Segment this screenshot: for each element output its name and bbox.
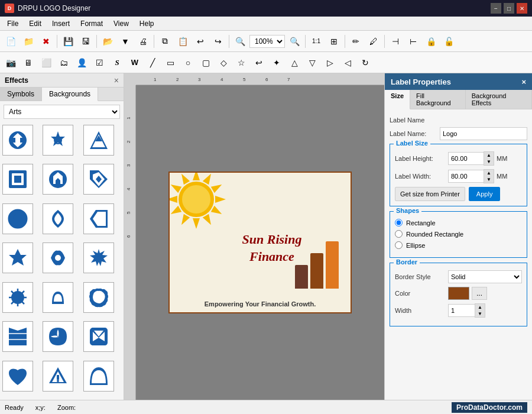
tool-diamond[interactable]: ◇ (215, 54, 232, 71)
zoom-in-icon[interactable]: 🔍 (232, 33, 248, 50)
symbol-item[interactable] (83, 125, 114, 156)
tool-rounded[interactable]: ▢ (197, 54, 214, 71)
undo-btn[interactable]: ↩ (192, 33, 209, 50)
tool-circle[interactable]: ○ (180, 54, 196, 71)
menu-insert[interactable]: Insert (47, 18, 74, 29)
symbol-item[interactable] (83, 321, 114, 352)
paste-btn[interactable]: 📋 (174, 33, 191, 50)
symbol-item[interactable] (43, 321, 73, 352)
menu-format[interactable]: Format (76, 18, 108, 29)
align-left-btn[interactable]: ⊣ (387, 33, 404, 50)
save-button[interactable]: 💾 (60, 33, 76, 50)
border-width-input[interactable] (448, 304, 475, 317)
tab-background-effects[interactable]: Background Effects (466, 90, 532, 109)
tool-check[interactable]: ☑ (91, 54, 108, 71)
panel-close-button[interactable]: × (114, 76, 119, 85)
tool-curve[interactable]: ↻ (357, 54, 374, 71)
open-button[interactable]: 📁 (20, 33, 37, 50)
symbol-item[interactable] (2, 321, 33, 352)
print-button[interactable]: 🖨 (135, 33, 151, 50)
height-down-btn[interactable]: ▼ (484, 159, 494, 165)
maximize-button[interactable]: □ (504, 3, 514, 14)
symbol-item[interactable] (83, 164, 114, 195)
redo-btn[interactable]: ↪ (210, 33, 226, 50)
tool-shape1[interactable]: ⬜ (38, 54, 54, 71)
lock2-btn[interactable]: 🔓 (440, 33, 457, 50)
ratio-btn[interactable]: 1:1 (308, 33, 325, 50)
border-width-down-btn[interactable]: ▼ (475, 310, 485, 317)
symbol-item[interactable] (43, 125, 73, 156)
props-btn[interactable]: 🖊 (365, 33, 382, 50)
menu-file[interactable]: File (2, 18, 23, 29)
border-width-up-btn[interactable]: ▲ (475, 304, 485, 310)
tool-triangle[interactable]: △ (286, 54, 303, 71)
color-picker-button[interactable] (448, 287, 469, 300)
tool-star5[interactable]: ✦ (268, 54, 285, 71)
height-up-btn[interactable]: ▲ (484, 152, 494, 159)
symbol-item[interactable] (2, 164, 33, 195)
tool-rect[interactable]: ▭ (162, 54, 179, 71)
width-up-btn[interactable]: ▲ (484, 170, 494, 176)
shape-rectangle-radio[interactable] (395, 219, 403, 227)
tool-s[interactable]: S (109, 54, 125, 71)
tool-down-tri[interactable]: ▽ (304, 54, 320, 71)
tool-arrow1[interactable]: ↩ (251, 54, 267, 71)
menu-view[interactable]: View (109, 18, 134, 29)
width-down-btn[interactable]: ▼ (484, 176, 494, 183)
symbol-item[interactable] (83, 282, 114, 313)
tab-size[interactable]: Size (385, 90, 410, 109)
right-panel-close[interactable]: × (521, 77, 526, 86)
symbol-item[interactable] (2, 361, 33, 392)
zoom-select[interactable]: 100% 50% 75% 125% 150% (249, 35, 285, 48)
width-input[interactable] (448, 170, 484, 183)
get-size-from-printer-button[interactable]: Get size from Printer (395, 187, 465, 201)
canvas-area[interactable]: 1 2 3 4 5 6 7 1 2 3 4 5 6 (124, 73, 384, 400)
symbol-item[interactable] (2, 203, 33, 234)
grid-btn[interactable]: ⊞ (326, 33, 342, 50)
tool-w[interactable]: W (126, 54, 143, 71)
symbol-item[interactable] (43, 203, 73, 234)
color-ellipsis-button[interactable]: ... (472, 287, 487, 300)
zoom-minus-btn[interactable]: 🔍 (286, 33, 303, 50)
tool-star[interactable]: ☆ (233, 54, 249, 71)
close-button[interactable]: ✕ (517, 3, 527, 14)
symbol-item[interactable] (2, 125, 33, 156)
height-input[interactable] (448, 152, 484, 165)
category-dropdown[interactable]: Arts Animals Nature Sports Business (4, 105, 120, 119)
tool-right-tri[interactable]: ▷ (322, 54, 338, 71)
symbol-item[interactable] (43, 282, 73, 313)
menu-edit[interactable]: Edit (24, 18, 46, 29)
close-file-button[interactable]: ✖ (38, 33, 54, 50)
align-right-btn[interactable]: ⊢ (405, 33, 421, 50)
symbol-item[interactable] (83, 203, 114, 234)
lock-btn[interactable]: 🔒 (423, 33, 439, 50)
shape-rounded-rectangle-radio[interactable] (395, 230, 403, 238)
dropdown-btn[interactable]: ▼ (117, 33, 134, 50)
tool-line[interactable]: ╱ (144, 54, 161, 71)
symbol-item[interactable] (83, 361, 114, 392)
symbol-item[interactable] (43, 361, 73, 392)
apply-button[interactable]: Apply (469, 187, 501, 201)
tool-left-tri[interactable]: ◁ (339, 54, 356, 71)
symbol-item[interactable] (43, 164, 73, 195)
tab-symbols[interactable]: Symbols (0, 88, 42, 101)
label-name-input[interactable] (440, 127, 527, 140)
tool-screen[interactable]: 🖥 (20, 54, 37, 71)
tool-file2[interactable]: 📷 (2, 54, 19, 71)
symbol-item[interactable] (2, 242, 33, 273)
symbol-item[interactable] (43, 242, 73, 273)
minimize-button[interactable]: − (491, 3, 501, 14)
label-canvas[interactable]: Sun Rising Finance Empowering Your Finan… (168, 172, 352, 313)
tool-person[interactable]: 👤 (73, 54, 90, 71)
folder-button[interactable]: 📂 (99, 33, 116, 50)
canvas-content[interactable]: Sun Rising Finance Empowering Your Finan… (136, 85, 384, 400)
symbol-item[interactable] (83, 242, 114, 273)
copy-btn[interactable]: ⧉ (157, 33, 173, 50)
symbol-item[interactable] (2, 282, 33, 313)
tab-fill-background[interactable]: Fill Background (410, 90, 466, 109)
edit-grid-btn[interactable]: ✏ (348, 33, 364, 50)
border-style-select[interactable]: Solid Dashed Dotted None (448, 270, 522, 283)
shape-ellipse-radio[interactable] (395, 241, 403, 249)
save2-button[interactable]: 🖫 (77, 33, 94, 50)
new-button[interactable]: 📄 (2, 33, 19, 50)
